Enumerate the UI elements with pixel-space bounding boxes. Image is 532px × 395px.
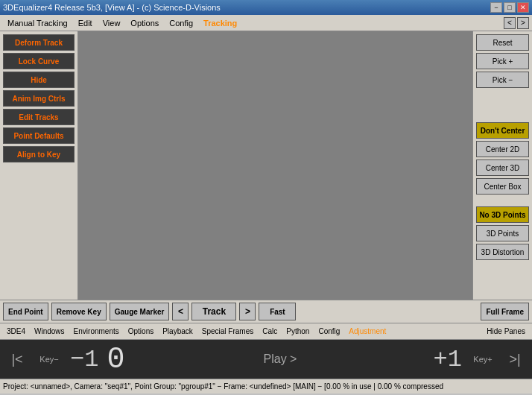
status-text: Project: <unnamed>, Camera: "seq#1", Poi… [3,382,443,391]
prev-frame-display: −1 [70,346,98,373]
deform-track-button[interactable]: Deform Track [3,34,75,51]
reset-button[interactable]: Reset [476,34,529,51]
menu-tracking[interactable]: Tracking [199,17,241,29]
end-point-button[interactable]: End Point [3,303,48,320]
track-button[interactable]: Track [191,303,236,320]
center-3d-button[interactable]: Center 3D [476,159,529,176]
full-frame-button[interactable]: Full Frame [481,303,529,320]
point-defaults-button[interactable]: Point Defaults [3,127,75,144]
bottom-menu-python[interactable]: Python [282,326,313,337]
track-nav-left[interactable]: < [172,303,189,320]
title-controls: − □ ✕ [490,2,529,13]
minimize-button[interactable]: − [490,2,502,13]
bottom-menu-environments[interactable]: Environments [70,326,123,337]
key-prev-label[interactable]: Key− [34,355,64,364]
left-sidebar: Deform Track Lock Curve Hide Anim Img Ct… [0,31,78,300]
bottom-menu-special-frames[interactable]: Special Frames [198,326,257,337]
bottom-menu-adjustment[interactable]: Adjustment [345,326,390,337]
viewport[interactable] [78,31,472,300]
dont-center-button[interactable]: Don't Center [476,122,529,139]
right-sidebar: Reset Pick + Pick − Don't Center Center … [472,31,532,300]
bottom-toolbar: End Point Remove Key Gauge Marker < Trac… [0,300,532,323]
menu-options[interactable]: Options [126,17,163,29]
menu-nav-left[interactable]: < [504,17,516,29]
anim-img-ctrls-button[interactable]: Anim Img Ctrls [3,90,75,107]
bottom-menu-playback[interactable]: Playback [159,326,197,337]
center-2d-button[interactable]: Center 2D [476,141,529,157]
pick-minus-button[interactable]: Pick − [476,72,529,88]
transport-bar: |< Key− −1 0 Play > +1 Key+ >| [0,340,532,379]
hide-button[interactable]: Hide [3,72,75,88]
menu-edit[interactable]: Edit [74,17,97,29]
bottom-menu-windows[interactable]: Windows [31,326,69,337]
align-to-key-button[interactable]: Align to Key [3,146,75,162]
key-next-label[interactable]: Key+ [468,355,498,364]
menu-manual-tracking[interactable]: Manual Tracking [3,17,72,29]
bottom-menu-options[interactable]: Options [124,326,157,337]
lock-curve-button[interactable]: Lock Curve [3,53,75,69]
next-frame-display: +1 [434,346,462,373]
main-area: Deform Track Lock Curve Hide Anim Img Ct… [0,31,532,300]
track-nav-right[interactable]: > [239,303,256,320]
remove-key-button[interactable]: Remove Key [51,303,107,320]
spacer-1 [476,90,529,120]
bottom-menu-calc[interactable]: Calc [259,326,281,337]
menu-view[interactable]: View [98,17,125,29]
spacer-2 [476,197,529,204]
play-button[interactable]: Play > [264,353,297,366]
status-bar: Project: <unnamed>, Camera: "seq#1", Poi… [0,379,532,394]
current-frame-display: 0 [104,343,127,376]
go-start-button[interactable]: |< [6,352,28,367]
go-end-button[interactable]: >| [504,352,526,367]
bottom-menu-3de4[interactable]: 3DE4 [3,326,29,337]
bottom-menu-bar: 3DE4 Windows Environments Options Playba… [0,323,532,340]
fast-button[interactable]: Fast [259,303,296,320]
3d-points-button[interactable]: 3D Points [476,225,529,241]
hide-panes-button[interactable]: Hide Panes [483,326,529,337]
pick-plus-button[interactable]: Pick + [476,53,529,69]
title-bar: 3DEqualizer4 Release 5b3, [View A] - (c)… [0,0,532,15]
center-box-button[interactable]: Center Box [476,178,529,195]
edit-tracks-button[interactable]: Edit Tracks [3,109,75,125]
3d-distortion-button[interactable]: 3D Distortion [476,244,529,260]
maximize-button[interactable]: □ [504,2,516,13]
menu-nav-right[interactable]: > [517,17,529,29]
bottom-menu-config[interactable]: Config [314,326,343,337]
sidebar-spacer [3,165,75,297]
no-3d-points-button[interactable]: No 3D Points [476,206,529,223]
gauge-marker-button[interactable]: Gauge Marker [110,303,170,320]
close-button[interactable]: ✕ [517,2,529,13]
title-text: 3DEqualizer4 Release 5b3, [View A] - (c)… [3,3,221,12]
menu-config[interactable]: Config [165,17,197,29]
menu-bar: Manual Tracking Edit View Options Config… [0,15,532,31]
